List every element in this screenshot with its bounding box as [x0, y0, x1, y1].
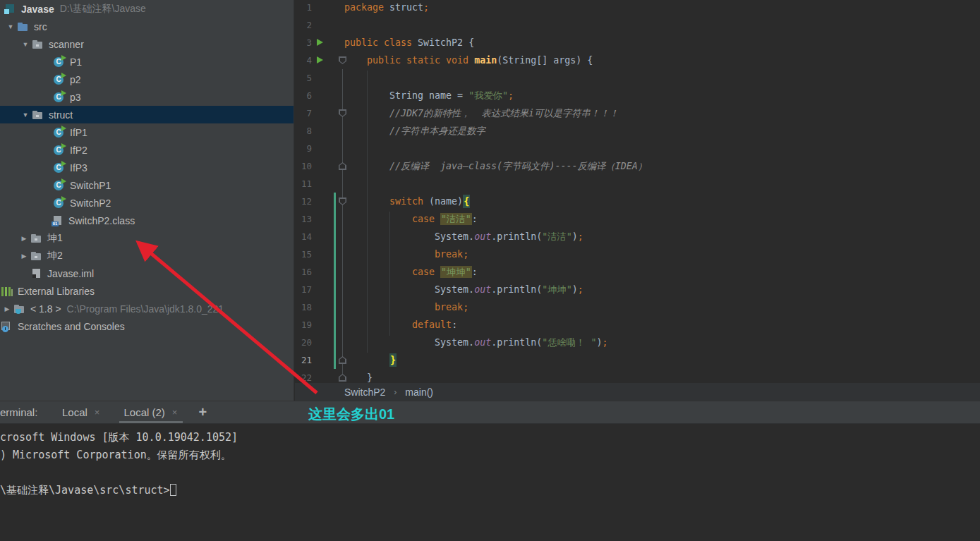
code-line-2[interactable]: 2	[295, 16, 980, 34]
code-token: .println(	[491, 337, 542, 348]
code-text: //字符串本身还是数字	[344, 122, 485, 140]
new-terminal-tab-button[interactable]: +	[198, 404, 207, 420]
code-line-16[interactable]: 16 case "坤坤":	[295, 263, 980, 281]
code-text: public static void main(String[] args) {	[344, 51, 593, 69]
code-line-17[interactable]: 17 System.out.println("坤坤");	[295, 281, 980, 298]
chevron-down-icon[interactable]: ▼	[19, 41, 32, 48]
tree-item-switchp2[interactable]: CSwitchP2	[0, 194, 294, 212]
code-token: String name =	[344, 90, 468, 101]
line-number: 7	[295, 104, 312, 122]
terminal-text: crosoft Windows [版本 10.0.19042.1052]	[0, 431, 238, 444]
code-token: ;	[423, 2, 429, 13]
code-line-3[interactable]: 3public class SwitchP2 {	[295, 34, 980, 51]
chevron-right-icon[interactable]: ▶	[1, 305, 13, 312]
code-text: String name = "我爱你";	[344, 87, 514, 104]
close-icon[interactable]: ×	[172, 407, 178, 418]
code-line-6[interactable]: 6 String name = "我爱你";	[295, 87, 980, 104]
tree-item-javase.iml[interactable]: Javase.iml	[0, 265, 294, 282]
code-token: ;	[602, 337, 607, 348]
code-line-21[interactable]: 21 }	[295, 351, 980, 369]
terminal-line: crosoft Windows [版本 10.0.19042.1052]	[0, 429, 980, 446]
chevron-right-icon[interactable]: ▶	[18, 253, 30, 260]
code-text: System.out.println("坤坤");	[344, 281, 583, 298]
code-token: .println(	[491, 231, 542, 242]
code-line-5[interactable]: 5	[295, 69, 980, 87]
class-icon: C	[53, 145, 65, 156]
run-icon[interactable]	[317, 56, 323, 63]
code-token	[344, 161, 389, 171]
terminal-tab-local-2[interactable]: Local (2) ×	[118, 401, 183, 423]
code-token: System.	[344, 231, 474, 242]
code-line-15[interactable]: 15 break;	[295, 245, 980, 263]
tree-item-ifp3[interactable]: CIfP3	[0, 159, 294, 176]
code-line-19[interactable]: 19 default:	[295, 316, 980, 334]
tree-item-struct[interactable]: ▼struct	[0, 106, 294, 123]
tree-item-scanner[interactable]: ▼scanner	[0, 35, 294, 53]
folder-pkg-icon	[30, 250, 42, 262]
code-token: ;	[463, 302, 468, 312]
tree-item-p1[interactable]: CP1	[0, 53, 294, 71]
close-icon[interactable]: ×	[95, 407, 100, 418]
chevron-down-icon[interactable]: ▼	[4, 23, 17, 30]
tree-item-scratches-and-consoles[interactable]: Scratches and Consoles	[0, 317, 294, 335]
code-token: out	[474, 284, 491, 295]
code-token: out	[474, 337, 491, 348]
code-line-13[interactable]: 13 case "洁洁":	[295, 210, 980, 228]
line-number: 21	[295, 351, 312, 369]
line-number: 20	[295, 334, 312, 351]
tree-item-<-1.8->[interactable]: ▶< 1.8 >C:\Program Files\Java\jdk1.8.0_2…	[0, 300, 294, 317]
class-icon: C	[53, 197, 65, 209]
code-token: )	[572, 231, 578, 242]
code-line-12[interactable]: 12 switch (name){	[295, 193, 980, 210]
code-line-8[interactable]: 8 //字符串本身还是数字	[295, 122, 980, 140]
code-line-7[interactable]: 7 //JDK7的新特性， 表达式结果i可以是字符串！！！	[295, 104, 980, 122]
tree-item-p3[interactable]: Cp3	[0, 88, 294, 106]
code-token: ;	[463, 249, 468, 260]
libs-icon	[1, 286, 13, 297]
class-icon: C	[53, 162, 65, 174]
code-line-14[interactable]: 14 System.out.println("洁洁");	[295, 228, 980, 245]
run-icon[interactable]	[317, 39, 323, 46]
code-line-11[interactable]: 11	[295, 175, 980, 193]
code-line-9[interactable]: 9	[295, 140, 980, 157]
tree-item-ifp1[interactable]: CIfP1	[0, 123, 294, 141]
tree-item-p2[interactable]: Cp2	[0, 71, 294, 88]
code-editor[interactable]: 1package struct;23public class SwitchP2 …	[295, 0, 980, 383]
code-line-4[interactable]: 4 public static void main(String[] args)…	[295, 51, 980, 69]
code-token: ;	[508, 90, 514, 101]
code-token: package	[344, 2, 389, 13]
code-line-1[interactable]: 1package struct;	[295, 0, 980, 16]
terminal-tab-local[interactable]: Local ×	[56, 401, 105, 423]
chevron-right-icon[interactable]: ▶	[18, 235, 30, 242]
tree-item-ifp2[interactable]: CIfP2	[0, 141, 294, 159]
tree-item-switchp2.class[interactable]: 01SwitchP2.class	[0, 212, 294, 229]
line-number: 8	[295, 122, 312, 140]
iml-icon	[30, 268, 42, 279]
line-number: 12	[295, 193, 312, 210]
chevron-down-icon[interactable]: ▼	[19, 111, 32, 118]
code-line-20[interactable]: 20 System.out.println("恁啥嘞！ ");	[295, 334, 980, 351]
classfile-icon: 01	[52, 215, 63, 226]
breadcrumb-class[interactable]: SwitchP2	[344, 387, 385, 398]
tree-item-external-libraries[interactable]: External Libraries	[0, 282, 294, 300]
tree-item-label: P1	[70, 56, 82, 68]
code-token: out	[474, 231, 491, 242]
tree-item-javase[interactable]: JavaseD:\基础注释\Javase	[0, 0, 294, 18]
terminal-output[interactable]: crosoft Windows [版本 10.0.19042.1052]) Mi…	[0, 424, 980, 541]
code-token: struct	[389, 2, 423, 13]
breadcrumb-method[interactable]: main()	[405, 387, 433, 398]
tree-item-坤1[interactable]: ▶坤1	[0, 229, 294, 247]
folder-pkg-icon	[32, 39, 44, 50]
tree-item-src[interactable]: ▼src	[0, 18, 294, 35]
code-text: System.out.println("洁洁");	[344, 228, 583, 245]
code-token: "我爱你"	[468, 90, 508, 101]
tree-item-switchp1[interactable]: CSwitchP1	[0, 176, 294, 194]
tree-item-坤2[interactable]: ▶坤2	[0, 247, 294, 265]
scratch-icon	[1, 321, 13, 332]
code-line-22[interactable]: 22 }	[295, 369, 980, 383]
code-line-18[interactable]: 18 break;	[295, 298, 980, 316]
code-token: "洁洁"	[542, 231, 572, 242]
tree-item-label: SwitchP1	[70, 180, 111, 191]
code-line-10[interactable]: 10 //反编译 java—class(字节码文件)----反编译（IDEA）	[295, 157, 980, 175]
tree-item-path: D:\基础注释\Javase	[60, 3, 146, 16]
